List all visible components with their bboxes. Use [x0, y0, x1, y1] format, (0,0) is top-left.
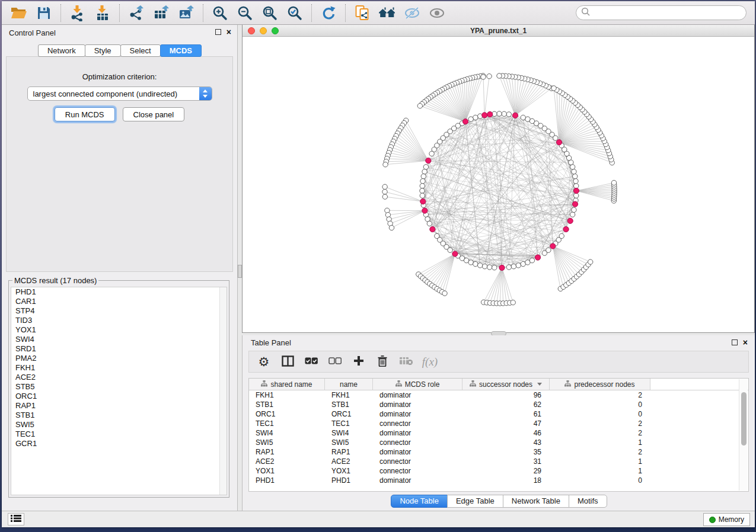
export-table-button[interactable] — [151, 4, 172, 23]
mcds-result-item[interactable]: STP4 — [11, 306, 227, 316]
table-row[interactable]: ORC1ORC1dominator610 — [249, 409, 748, 419]
table-cell[interactable]: dominator — [373, 447, 462, 457]
export-image-button[interactable] — [176, 4, 197, 23]
table-cell[interactable]: 0 — [550, 476, 650, 485]
table-cell[interactable]: ORC1 — [249, 409, 325, 419]
table-cell[interactable]: 1 — [550, 438, 650, 447]
export-network-button[interactable] — [126, 4, 147, 23]
table-cell[interactable]: 18 — [462, 476, 550, 485]
network-titlebar[interactable]: YPA_prune.txt_1 — [243, 25, 754, 37]
tab-style[interactable]: Style — [85, 44, 121, 57]
first-neighbors-button[interactable] — [377, 4, 398, 23]
table-scrollbar[interactable] — [739, 379, 748, 491]
table-cell[interactable]: FKH1 — [325, 390, 373, 400]
table-cell[interactable]: SWI4 — [249, 428, 325, 438]
mcds-result-item[interactable]: TID3 — [11, 316, 227, 325]
table-cell[interactable]: 31 — [462, 457, 550, 466]
column-header-predecessor-nodes[interactable]: predecessor nodes — [550, 379, 650, 390]
zoom-selected-button[interactable] — [284, 4, 305, 23]
mcds-result-item[interactable]: ACE2 — [11, 373, 227, 382]
zoom-window-icon[interactable] — [272, 27, 279, 34]
network-canvas[interactable] — [243, 37, 756, 331]
table-cell[interactable]: SWI4 — [325, 428, 373, 438]
table-cell[interactable]: YOX1 — [249, 466, 325, 476]
table-row[interactable]: ACE2ACE2connector311 — [249, 457, 748, 466]
table-cell[interactable]: ACE2 — [325, 457, 373, 466]
table-cell[interactable]: dominator — [373, 428, 462, 438]
add-column-button[interactable] — [350, 354, 368, 370]
float-panel-icon[interactable] — [215, 29, 221, 35]
table-cell[interactable]: PHD1 — [249, 476, 325, 485]
vertical-splitter[interactable] — [238, 25, 242, 511]
minimize-window-icon[interactable] — [260, 27, 267, 34]
table-cell[interactable]: RAP1 — [249, 447, 325, 457]
vertical-splitter-handle[interactable] — [238, 265, 242, 278]
mcds-result-item[interactable]: SWI4 — [11, 335, 227, 344]
table-cell[interactable]: 61 — [462, 409, 550, 419]
table-row[interactable]: SWI5SWI5connector431 — [249, 438, 748, 447]
mcds-result-item[interactable]: STB5 — [11, 382, 227, 392]
table-cell[interactable]: 2 — [550, 390, 650, 400]
refresh-layout-button[interactable] — [318, 4, 339, 23]
close-table-panel-icon[interactable]: × — [743, 339, 748, 345]
table-cell[interactable]: 0 — [550, 400, 650, 409]
mcds-result-item[interactable]: STB1 — [11, 411, 227, 420]
duplicate-network-button[interactable] — [352, 4, 373, 23]
table-row[interactable]: YOX1YOX1connector291 — [249, 466, 748, 476]
save-session-button[interactable] — [33, 4, 55, 23]
table-settings-button[interactable]: ⚙ — [255, 354, 273, 370]
table-cell[interactable]: YOX1 — [325, 466, 373, 476]
table-cell[interactable]: 2 — [550, 447, 650, 457]
table-cell[interactable]: 0 — [550, 409, 650, 419]
mcds-result-item[interactable]: PHD1 — [11, 287, 227, 297]
mcds-result-item[interactable]: ORC1 — [11, 392, 227, 401]
column-header-name[interactable]: name — [325, 379, 373, 390]
table-row[interactable]: FKH1FKH1dominator962 — [249, 390, 748, 400]
table-cell[interactable]: dominator — [373, 400, 462, 409]
show-all-button[interactable] — [426, 4, 448, 23]
zoom-fit-button[interactable] — [259, 4, 280, 23]
table-cell[interactable]: 46 — [462, 428, 550, 438]
search-input[interactable] — [591, 8, 746, 17]
table-cell[interactable]: TEC1 — [249, 419, 325, 428]
tab-node-table[interactable]: Node Table — [391, 495, 448, 508]
table-cell[interactable]: 47 — [462, 419, 550, 428]
table-cell[interactable]: TEC1 — [325, 419, 373, 428]
table-row[interactable]: STB1STB1dominator620 — [249, 400, 748, 409]
memory-button[interactable]: Memory — [703, 513, 750, 526]
mcds-result-item[interactable]: GCR1 — [11, 439, 227, 448]
zoom-out-button[interactable] — [234, 4, 256, 23]
table-cell[interactable]: connector — [373, 419, 462, 428]
tab-edge-table[interactable]: Edge Table — [447, 495, 503, 508]
hide-selected-button[interactable] — [401, 4, 423, 23]
table-row[interactable]: TEC1TEC1connector472 — [249, 419, 748, 428]
table-cell[interactable]: ACE2 — [249, 457, 325, 466]
table-cell[interactable]: 1 — [550, 457, 650, 466]
table-row[interactable]: SWI4SWI4dominator462 — [249, 428, 748, 438]
table-row[interactable]: RAP1RAP1dominator352 — [249, 447, 748, 457]
table-cell[interactable]: STB1 — [249, 400, 325, 409]
mcds-list-scrollbar[interactable] — [219, 287, 227, 495]
run-mcds-button[interactable]: Run MCDS — [55, 107, 115, 121]
mcds-result-item[interactable]: FKH1 — [11, 363, 227, 373]
table-cell[interactable]: dominator — [373, 390, 462, 400]
tab-network-table[interactable]: Network Table — [503, 495, 569, 508]
tab-network[interactable]: Network — [38, 44, 85, 57]
table-row[interactable]: PHD1PHD1dominator180 — [249, 476, 748, 485]
table-cell[interactable]: 35 — [462, 447, 550, 457]
table-cell[interactable]: ORC1 — [325, 409, 373, 419]
table-cell[interactable]: connector — [373, 438, 462, 447]
delete-column-button[interactable] — [374, 354, 391, 370]
tab-mcds[interactable]: MCDS — [160, 44, 202, 57]
table-cell[interactable]: connector — [373, 466, 462, 476]
table-cell[interactable]: STB1 — [325, 400, 373, 409]
table-cell[interactable]: dominator — [373, 409, 462, 419]
table-cell[interactable]: 43 — [462, 438, 550, 447]
table-cell[interactable]: 96 — [462, 390, 550, 400]
mcds-result-item[interactable]: TEC1 — [11, 430, 227, 439]
table-cell[interactable]: SWI5 — [249, 438, 325, 447]
close-panel-button[interactable]: Close panel — [123, 107, 185, 121]
close-window-icon[interactable] — [248, 27, 255, 34]
table-scrollbar-thumb[interactable] — [741, 392, 747, 446]
table-cell[interactable]: 62 — [462, 400, 550, 409]
